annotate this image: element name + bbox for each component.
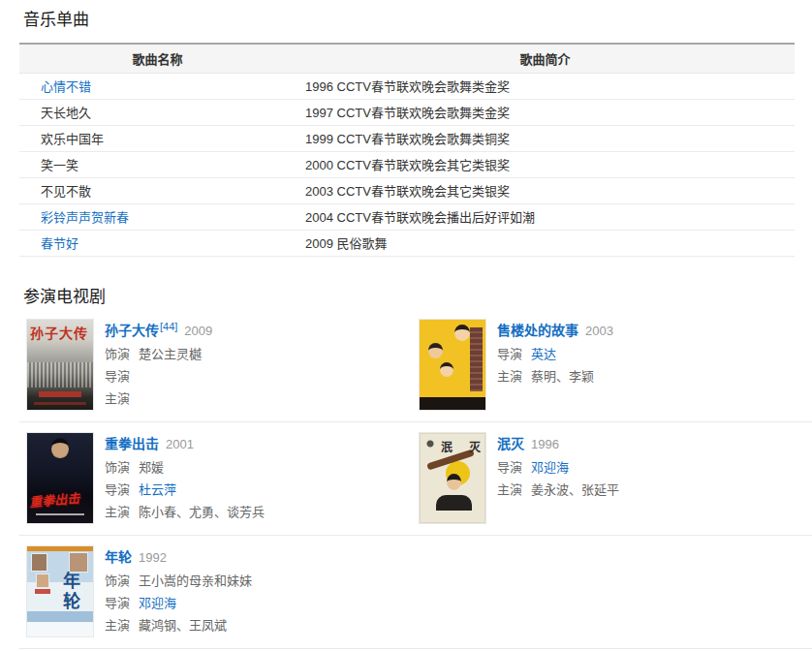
poster-art-text: 年轮 bbox=[57, 572, 82, 612]
song-name: 天长地久 bbox=[41, 106, 91, 120]
song-desc: 2000 CCTV春节联欢晚会其它类银奖 bbox=[296, 151, 795, 177]
poster-art bbox=[34, 402, 86, 405]
tv-year: 1992 bbox=[139, 550, 167, 565]
section-title-music: 音乐单曲 bbox=[23, 10, 812, 31]
field-label: 导演 bbox=[497, 347, 522, 361]
song-table-header-name: 歌曲名称 bbox=[19, 44, 296, 73]
tv-card-field: 导演英达 bbox=[497, 347, 613, 362]
tv-card-field: 导演邓迎海 bbox=[497, 460, 619, 476]
field-value: 郑媛 bbox=[139, 460, 164, 475]
tv-card-row: 重拳出击 重拳出击2001 饰演郑媛 导演杜云萍 主演陈小春、尤勇、谈芳兵 泯 … bbox=[19, 422, 812, 536]
field-label: 饰演 bbox=[105, 574, 130, 588]
poster-art bbox=[436, 495, 472, 511]
tv-card-field: 主演陈小春、尤勇、谈芳兵 bbox=[105, 505, 265, 520]
tv-year: 2001 bbox=[166, 437, 194, 451]
poster-art-text: 泯 灭 bbox=[441, 438, 485, 455]
field-value-link[interactable]: 邓迎海 bbox=[139, 596, 176, 610]
tv-card-field: 饰演郑媛 bbox=[105, 460, 265, 476]
field-value-link[interactable]: 杜云萍 bbox=[139, 482, 176, 497]
song-table-header-row: 歌曲名称 歌曲简介 bbox=[19, 44, 795, 73]
song-table-row: 不见不散 2003 CCTV春节联欢晚会其它类银奖 bbox=[19, 177, 795, 203]
tv-card-field: 导演邓迎海 bbox=[105, 596, 252, 611]
song-table-row: 心情不错 1996 CCTV春节联欢晚会歌舞类金奖 bbox=[19, 73, 795, 99]
field-label: 主演 bbox=[105, 391, 130, 406]
song-name-link[interactable]: 心情不错 bbox=[41, 79, 91, 94]
field-value: 楚公主灵樾 bbox=[139, 347, 202, 361]
song-table-row: 天长地久 1997 CCTV春节联欢晚会歌舞类金奖 bbox=[19, 99, 795, 125]
tv-title-link[interactable]: 孙子大传 bbox=[105, 323, 159, 338]
song-name-link[interactable]: 春节好 bbox=[41, 236, 78, 251]
song-table-row: 欢乐中国年 1999 CCTV春节联欢晚会歌舞类铜奖 bbox=[19, 125, 795, 151]
poster-art bbox=[35, 589, 50, 594]
tv-poster[interactable]: 孙子大传 bbox=[27, 320, 93, 410]
tv-card-field: 导演 bbox=[105, 369, 212, 385]
tv-card-info: 年轮1992 饰演王小嵩的母亲和妹妹 导演邓迎海 主演藏鸿钢、王凤斌 bbox=[105, 546, 252, 636]
field-value-link[interactable]: 邓迎海 bbox=[531, 460, 569, 475]
tv-card-field: 主演姜永波、张延平 bbox=[497, 482, 619, 498]
tv-card-title-line: 售楼处的故事2003 bbox=[497, 322, 613, 340]
tv-poster[interactable] bbox=[420, 320, 485, 410]
tv-card-field: 主演藏鸿钢、王凤斌 bbox=[105, 618, 252, 634]
page: 音乐单曲 歌曲名称 歌曲简介 心情不错 1996 CCTV春节联欢晚会歌舞类金奖… bbox=[0, 10, 812, 651]
poster-art bbox=[31, 553, 47, 572]
tv-card-info: 孙子大传[44]2009 饰演楚公主灵樾 导演 主演 bbox=[105, 320, 212, 410]
tv-card-field: 饰演楚公主灵樾 bbox=[105, 347, 212, 362]
song-table-row: 春节好 2009 民俗歌舞 bbox=[19, 230, 795, 256]
song-name-link[interactable]: 彩铃声声贺新春 bbox=[41, 210, 129, 225]
tv-card-title-line: 泯灭1996 bbox=[497, 435, 619, 453]
poster-art bbox=[428, 343, 443, 358]
tv-card: 孙子大传 孙子大传[44]2009 饰演楚公主灵樾 导演 主演 bbox=[27, 320, 420, 410]
song-table-row: 笑一笑 2000 CCTV春节联欢晚会其它类银奖 bbox=[19, 151, 795, 177]
field-label: 饰演 bbox=[105, 460, 130, 475]
tv-card-row: 孙子大传 孙子大传[44]2009 饰演楚公主灵樾 导演 主演 售楼处的故事20… bbox=[19, 309, 812, 422]
tv-title-link[interactable]: 售楼处的故事 bbox=[497, 323, 578, 338]
field-value: 王小嵩的母亲和妹妹 bbox=[139, 574, 252, 588]
tv-title-link[interactable]: 年轮 bbox=[105, 549, 132, 565]
tv-card: 泯 灭 泯灭1996 导演邓迎海 主演姜永波、张延平 bbox=[420, 433, 812, 523]
field-label: 导演 bbox=[497, 460, 522, 475]
poster-art bbox=[447, 474, 461, 490]
tv-year: 2009 bbox=[184, 324, 212, 338]
tv-cards: 孙子大传 孙子大传[44]2009 饰演楚公主灵樾 导演 主演 售楼处的故事20… bbox=[19, 309, 812, 649]
tv-card-info: 泯灭1996 导演邓迎海 主演姜永波、张延平 bbox=[497, 433, 619, 523]
poster-art bbox=[39, 391, 81, 397]
poster-art bbox=[36, 513, 84, 515]
tv-ref-link[interactable]: [44] bbox=[160, 321, 177, 332]
song-desc: 2003 CCTV春节联欢晚会其它类银奖 bbox=[296, 177, 795, 203]
poster-art bbox=[51, 438, 69, 458]
field-value: 藏鸿钢、王凤斌 bbox=[139, 618, 227, 633]
field-value-link[interactable]: 英达 bbox=[531, 347, 556, 361]
poster-art bbox=[454, 325, 470, 341]
field-label: 饰演 bbox=[105, 347, 130, 361]
tv-card-title-line: 孙子大传[44]2009 bbox=[105, 322, 212, 340]
tv-card-field: 导演杜云萍 bbox=[105, 482, 265, 498]
tv-card-info: 重拳出击2001 饰演郑媛 导演杜云萍 主演陈小春、尤勇、谈芳兵 bbox=[105, 433, 265, 523]
poster-art bbox=[69, 552, 88, 573]
field-label: 导演 bbox=[105, 596, 130, 610]
field-label: 主演 bbox=[105, 505, 130, 519]
poster-art-text: 重拳出击 bbox=[28, 487, 79, 510]
poster-art bbox=[440, 362, 453, 377]
field-label: 主演 bbox=[497, 369, 522, 384]
field-value: 陈小春、尤勇、谈芳兵 bbox=[139, 505, 265, 519]
song-table-header-desc: 歌曲简介 bbox=[296, 44, 795, 73]
song-table-body: 心情不错 1996 CCTV春节联欢晚会歌舞类金奖 天长地久 1997 CCTV… bbox=[19, 73, 795, 256]
tv-title-link[interactable]: 重拳出击 bbox=[105, 436, 159, 451]
field-value: 姜永波、张延平 bbox=[531, 482, 619, 497]
field-label: 主演 bbox=[497, 482, 522, 497]
tv-poster[interactable]: 重拳出击 bbox=[27, 433, 93, 523]
song-name: 欢乐中国年 bbox=[41, 132, 104, 146]
song-desc: 2004 CCTV春节联欢晚会播出后好评如潮 bbox=[296, 203, 795, 230]
tv-card-info: 售楼处的故事2003 导演英达 主演蔡明、李颖 bbox=[497, 320, 613, 410]
tv-title-link[interactable]: 泯灭 bbox=[497, 436, 524, 451]
tv-poster[interactable]: 泯 灭 bbox=[420, 433, 485, 523]
song-name: 笑一笑 bbox=[41, 158, 78, 172]
song-table: 歌曲名称 歌曲简介 心情不错 1996 CCTV春节联欢晚会歌舞类金奖 天长地久… bbox=[19, 43, 795, 257]
field-label: 主演 bbox=[105, 618, 130, 633]
tv-poster[interactable]: 年轮 bbox=[27, 546, 93, 636]
tv-card-field: 主演 bbox=[105, 391, 212, 407]
field-label: 导演 bbox=[105, 482, 130, 497]
song-desc: 1996 CCTV春节联欢晚会歌舞类金奖 bbox=[296, 73, 795, 99]
song-desc: 1999 CCTV春节联欢晚会歌舞类铜奖 bbox=[296, 125, 795, 151]
field-label: 导演 bbox=[105, 369, 130, 384]
